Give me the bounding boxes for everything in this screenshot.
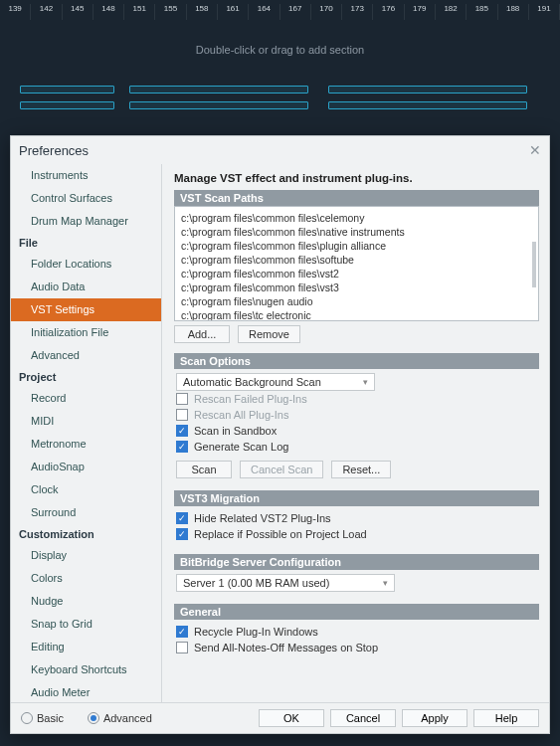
sidebar-item-instruments[interactable]: Instruments bbox=[11, 164, 161, 187]
radio-advanced[interactable] bbox=[88, 712, 99, 724]
ruler-tick: 164 bbox=[249, 4, 280, 20]
ok-button[interactable]: OK bbox=[259, 709, 324, 727]
mode-basic[interactable]: Basic bbox=[21, 712, 64, 724]
scrollbar-thumb[interactable] bbox=[532, 242, 536, 287]
ruler-tick: 161 bbox=[218, 4, 249, 20]
sidebar-item-drum-map-manager[interactable]: Drum Map Manager bbox=[11, 210, 161, 233]
sidebar-item-vst-settings[interactable]: VST Settings bbox=[11, 298, 161, 321]
label-rescan-all: Rescan All Plug-Ins bbox=[194, 409, 288, 421]
scan-path-entry[interactable]: c:\program files\common files\celemony bbox=[181, 211, 532, 225]
sidebar-item-folder-locations[interactable]: Folder Locations bbox=[11, 253, 161, 276]
group-vst3-migration: VST3 Migration bbox=[174, 490, 539, 506]
ruler-tick: 188 bbox=[498, 4, 529, 20]
ruler-tick: 173 bbox=[342, 4, 373, 20]
sidebar-item-display[interactable]: Display bbox=[11, 544, 161, 567]
label-recycle-windows: Recycle Plug-In Windows bbox=[194, 626, 318, 638]
bitbridge-server-select[interactable]: Server 1 (0.00 MB RAM used) ▾ bbox=[176, 574, 395, 592]
help-button[interactable]: Help bbox=[473, 709, 539, 727]
checkbox-all-notes-off[interactable] bbox=[176, 642, 188, 653]
add-path-button[interactable]: Add... bbox=[174, 325, 230, 343]
checkbox-replace-load[interactable]: ✓ bbox=[176, 528, 188, 540]
scan-mode-value: Automatic Background Scan bbox=[183, 376, 321, 388]
ruler-tick: 155 bbox=[155, 4, 186, 20]
scan-path-entry[interactable]: c:\program files\common files\softube bbox=[181, 253, 532, 267]
scan-path-entry[interactable]: c:\program files\common files\plugin all… bbox=[181, 239, 532, 253]
sidebar-item-advanced[interactable]: Advanced bbox=[11, 344, 161, 367]
sidebar-item-keyboard-shortcuts[interactable]: Keyboard Shortcuts bbox=[11, 658, 161, 681]
label-hide-vst2: Hide Related VST2 Plug-Ins bbox=[194, 512, 331, 524]
sidebar-head-customization: Customization bbox=[11, 524, 161, 544]
checkbox-rescan-failed[interactable] bbox=[176, 393, 188, 405]
cancel-scan-button[interactable]: Cancel Scan bbox=[240, 461, 323, 478]
apply-button[interactable]: Apply bbox=[402, 709, 467, 727]
audio-clip bbox=[20, 86, 114, 93]
sidebar-item-nudge[interactable]: Nudge bbox=[11, 590, 161, 613]
label-rescan-failed: Rescan Failed Plug-Ins bbox=[194, 393, 307, 405]
scan-path-entry[interactable]: c:\program files\nugen audio bbox=[181, 294, 532, 308]
mode-advanced[interactable]: Advanced bbox=[88, 712, 152, 724]
page-heading: Manage VST effect and instrument plug-in… bbox=[174, 172, 539, 184]
bitbridge-server-value: Server 1 (0.00 MB RAM used) bbox=[183, 577, 329, 589]
sidebar-item-audio-data[interactable]: Audio Data bbox=[11, 276, 161, 298]
sidebar-item-editing[interactable]: Editing bbox=[11, 636, 161, 658]
preferences-main: Manage VST effect and instrument plug-in… bbox=[162, 164, 549, 702]
checkbox-rescan-all[interactable] bbox=[176, 409, 188, 421]
scan-button[interactable]: Scan bbox=[176, 461, 232, 478]
section-hint: Double-click or drag to add section bbox=[0, 44, 560, 56]
label-scan-log: Generate Scan Log bbox=[194, 441, 288, 453]
sidebar-item-audiosnap[interactable]: AudioSnap bbox=[11, 456, 161, 478]
ruler-tick: 182 bbox=[436, 4, 467, 20]
dialog-title: Preferences bbox=[19, 143, 89, 158]
scan-path-entry[interactable]: c:\program files\common files\vst2 bbox=[181, 267, 532, 280]
track-area bbox=[0, 80, 560, 139]
dialog-titlebar[interactable]: Preferences ✕ bbox=[11, 136, 549, 164]
ruler-tick: 145 bbox=[63, 4, 93, 20]
scan-path-entry[interactable]: c:\program files\common files\vst3 bbox=[181, 280, 532, 294]
sidebar-item-audio-meter[interactable]: Audio Meter bbox=[11, 681, 161, 702]
label-all-notes-off: Send All-Notes-Off Messages on Stop bbox=[194, 642, 378, 653]
audio-clip bbox=[328, 86, 527, 93]
sidebar-item-metronome[interactable]: Metronome bbox=[11, 433, 161, 456]
sidebar-item-initialization-file[interactable]: Initialization File bbox=[11, 321, 161, 344]
ruler-tick: 167 bbox=[280, 4, 311, 20]
sidebar-head-project: Project bbox=[11, 367, 161, 387]
ruler-tick: 158 bbox=[187, 4, 218, 20]
ruler-tick: 191 bbox=[529, 4, 560, 20]
scan-paths-list[interactable]: c:\program files\common files\celemonyc:… bbox=[174, 206, 539, 321]
sidebar-item-snap-to-grid[interactable]: Snap to Grid bbox=[11, 613, 161, 636]
sidebar-item-midi[interactable]: MIDI bbox=[11, 410, 161, 433]
label-basic: Basic bbox=[37, 712, 64, 724]
group-vst-scan-paths: VST Scan Paths bbox=[174, 190, 539, 206]
remove-path-button[interactable]: Remove bbox=[238, 325, 300, 343]
scan-path-entry[interactable]: c:\program files\tc electronic bbox=[181, 308, 532, 321]
sidebar-item-record[interactable]: Record bbox=[11, 387, 161, 410]
close-icon[interactable]: ✕ bbox=[529, 142, 541, 158]
ruler-tick: 185 bbox=[467, 4, 497, 20]
preferences-dialog: Preferences ✕ InstrumentsControl Surface… bbox=[10, 135, 550, 734]
ruler-tick: 176 bbox=[373, 4, 404, 20]
sidebar-item-clock[interactable]: Clock bbox=[11, 478, 161, 501]
checkbox-scan-log[interactable]: ✓ bbox=[176, 441, 188, 453]
scan-mode-select[interactable]: Automatic Background Scan ▾ bbox=[176, 373, 375, 391]
scan-path-entry[interactable]: c:\program files\common files\native ins… bbox=[181, 225, 532, 239]
label-sandbox: Scan in Sandbox bbox=[194, 425, 277, 437]
reset-button[interactable]: Reset... bbox=[331, 461, 391, 478]
sidebar-item-colors[interactable]: Colors bbox=[11, 567, 161, 590]
chevron-down-icon: ▾ bbox=[383, 578, 388, 588]
sidebar-item-surround[interactable]: Surround bbox=[11, 501, 161, 524]
checkbox-sandbox[interactable]: ✓ bbox=[176, 425, 188, 437]
audio-clip bbox=[328, 101, 527, 109]
preferences-sidebar: InstrumentsControl SurfacesDrum Map Mana… bbox=[11, 164, 162, 702]
group-scan-options: Scan Options bbox=[174, 353, 539, 369]
label-replace-load: Replace if Possible on Project Load bbox=[194, 528, 367, 540]
dialog-footer: Basic Advanced OK Cancel Apply Help bbox=[11, 702, 549, 733]
sidebar-head-file: File bbox=[11, 233, 161, 253]
cancel-button[interactable]: Cancel bbox=[330, 709, 396, 727]
sidebar-item-control-surfaces[interactable]: Control Surfaces bbox=[11, 187, 161, 210]
ruler-tick: 179 bbox=[405, 4, 436, 20]
ruler-tick: 142 bbox=[31, 4, 62, 20]
checkbox-hide-vst2[interactable]: ✓ bbox=[176, 512, 188, 524]
checkbox-recycle-windows[interactable]: ✓ bbox=[176, 626, 188, 638]
group-general: General bbox=[174, 604, 539, 620]
radio-basic[interactable] bbox=[21, 712, 33, 724]
